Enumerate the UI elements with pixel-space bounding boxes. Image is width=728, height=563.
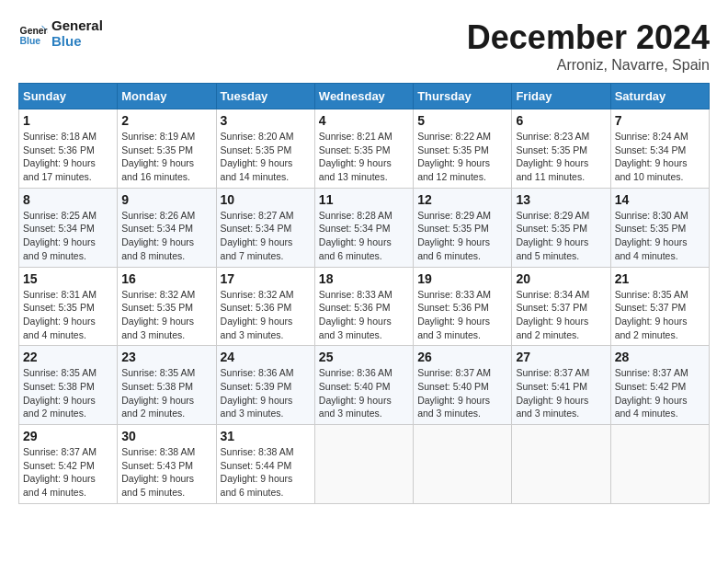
day-info: Sunrise: 8:35 AM Sunset: 5:38 PM Dayligh… bbox=[23, 366, 113, 420]
day-number: 8 bbox=[23, 192, 113, 207]
calendar-cell: 9 Sunrise: 8:26 AM Sunset: 5:34 PM Dayli… bbox=[118, 188, 216, 267]
day-info: Sunrise: 8:32 AM Sunset: 5:36 PM Dayligh… bbox=[221, 288, 311, 342]
col-header-thursday: Thursday bbox=[414, 84, 512, 109]
day-info: Sunrise: 8:33 AM Sunset: 5:36 PM Dayligh… bbox=[319, 288, 409, 342]
day-info: Sunrise: 8:36 AM Sunset: 5:40 PM Dayligh… bbox=[319, 366, 409, 420]
title-block: December 2024 Arroniz, Navarre, Spain bbox=[467, 18, 710, 74]
calendar-cell: 10 Sunrise: 8:27 AM Sunset: 5:34 PM Dayl… bbox=[216, 188, 314, 267]
day-info: Sunrise: 8:33 AM Sunset: 5:36 PM Dayligh… bbox=[417, 288, 507, 342]
day-info: Sunrise: 8:35 AM Sunset: 5:38 PM Dayligh… bbox=[121, 366, 211, 420]
location-subtitle: Arroniz, Navarre, Spain bbox=[467, 57, 710, 74]
day-number: 19 bbox=[417, 271, 507, 286]
day-info: Sunrise: 8:38 AM Sunset: 5:43 PM Dayligh… bbox=[121, 445, 211, 500]
day-number: 17 bbox=[221, 271, 311, 286]
calendar-cell: 24 Sunrise: 8:36 AM Sunset: 5:39 PM Dayl… bbox=[216, 346, 314, 425]
calendar-cell: 25 Sunrise: 8:36 AM Sunset: 5:40 PM Dayl… bbox=[314, 346, 413, 425]
day-number: 28 bbox=[615, 350, 705, 364]
calendar-cell: 27 Sunrise: 8:37 AM Sunset: 5:41 PM Dayl… bbox=[512, 346, 610, 425]
day-info: Sunrise: 8:38 AM Sunset: 5:44 PM Dayligh… bbox=[221, 445, 311, 500]
calendar-cell: 29 Sunrise: 8:37 AM Sunset: 5:42 PM Dayl… bbox=[19, 425, 118, 504]
calendar-cell: 5 Sunrise: 8:22 AM Sunset: 5:35 PM Dayli… bbox=[414, 109, 512, 189]
col-header-friday: Friday bbox=[512, 84, 610, 109]
day-info: Sunrise: 8:34 AM Sunset: 5:37 PM Dayligh… bbox=[516, 288, 606, 342]
calendar-cell: 30 Sunrise: 8:38 AM Sunset: 5:43 PM Dayl… bbox=[118, 425, 216, 504]
calendar-cell: 6 Sunrise: 8:23 AM Sunset: 5:35 PM Dayli… bbox=[512, 109, 610, 189]
day-number: 16 bbox=[121, 271, 211, 286]
day-info: Sunrise: 8:25 AM Sunset: 5:34 PM Dayligh… bbox=[23, 209, 113, 263]
day-number: 9 bbox=[121, 192, 211, 207]
calendar-cell: 4 Sunrise: 8:21 AM Sunset: 5:35 PM Dayli… bbox=[314, 109, 413, 189]
calendar-cell: 12 Sunrise: 8:29 AM Sunset: 5:35 PM Dayl… bbox=[414, 188, 512, 267]
day-info: Sunrise: 8:21 AM Sunset: 5:35 PM Dayligh… bbox=[319, 130, 409, 184]
day-info: Sunrise: 8:22 AM Sunset: 5:35 PM Dayligh… bbox=[417, 130, 507, 184]
day-info: Sunrise: 8:37 AM Sunset: 5:40 PM Dayligh… bbox=[417, 366, 507, 420]
day-info: Sunrise: 8:35 AM Sunset: 5:37 PM Dayligh… bbox=[615, 288, 705, 342]
calendar-cell bbox=[414, 425, 512, 504]
day-info: Sunrise: 8:30 AM Sunset: 5:35 PM Dayligh… bbox=[615, 209, 705, 263]
logo-blue: Blue bbox=[51, 34, 103, 50]
calendar-cell: 15 Sunrise: 8:31 AM Sunset: 5:35 PM Dayl… bbox=[19, 267, 118, 346]
calendar-cell: 19 Sunrise: 8:33 AM Sunset: 5:36 PM Dayl… bbox=[414, 267, 512, 346]
day-number: 22 bbox=[23, 350, 113, 364]
col-header-wednesday: Wednesday bbox=[314, 84, 413, 109]
day-number: 4 bbox=[319, 113, 409, 128]
calendar-cell: 8 Sunrise: 8:25 AM Sunset: 5:34 PM Dayli… bbox=[19, 188, 118, 267]
day-number: 3 bbox=[221, 113, 311, 128]
day-info: Sunrise: 8:18 AM Sunset: 5:36 PM Dayligh… bbox=[23, 130, 113, 184]
calendar-cell: 21 Sunrise: 8:35 AM Sunset: 5:37 PM Dayl… bbox=[610, 267, 709, 346]
day-number: 21 bbox=[615, 271, 705, 286]
day-info: Sunrise: 8:23 AM Sunset: 5:35 PM Dayligh… bbox=[516, 130, 606, 184]
day-number: 10 bbox=[221, 192, 311, 207]
day-info: Sunrise: 8:37 AM Sunset: 5:42 PM Dayligh… bbox=[23, 445, 113, 500]
day-info: Sunrise: 8:29 AM Sunset: 5:35 PM Dayligh… bbox=[417, 209, 507, 263]
calendar-cell bbox=[610, 425, 709, 504]
calendar-cell: 23 Sunrise: 8:35 AM Sunset: 5:38 PM Dayl… bbox=[118, 346, 216, 425]
calendar-cell: 31 Sunrise: 8:38 AM Sunset: 5:44 PM Dayl… bbox=[216, 425, 314, 504]
day-number: 30 bbox=[121, 429, 211, 443]
logo-icon: General Blue bbox=[18, 19, 48, 49]
day-number: 26 bbox=[417, 350, 507, 364]
logo: General Blue General Blue bbox=[18, 18, 103, 49]
day-number: 12 bbox=[417, 192, 507, 207]
calendar-cell: 16 Sunrise: 8:32 AM Sunset: 5:35 PM Dayl… bbox=[118, 267, 216, 346]
calendar-cell: 28 Sunrise: 8:37 AM Sunset: 5:42 PM Dayl… bbox=[610, 346, 709, 425]
calendar-cell: 18 Sunrise: 8:33 AM Sunset: 5:36 PM Dayl… bbox=[314, 267, 413, 346]
day-info: Sunrise: 8:27 AM Sunset: 5:34 PM Dayligh… bbox=[221, 209, 311, 263]
day-number: 15 bbox=[23, 271, 113, 286]
calendar-cell: 3 Sunrise: 8:20 AM Sunset: 5:35 PM Dayli… bbox=[216, 109, 314, 189]
calendar-cell: 14 Sunrise: 8:30 AM Sunset: 5:35 PM Dayl… bbox=[610, 188, 709, 267]
day-number: 5 bbox=[417, 113, 507, 128]
calendar-cell: 2 Sunrise: 8:19 AM Sunset: 5:35 PM Dayli… bbox=[118, 109, 216, 189]
calendar-cell bbox=[512, 425, 610, 504]
col-header-tuesday: Tuesday bbox=[216, 84, 314, 109]
day-number: 29 bbox=[23, 429, 113, 443]
day-info: Sunrise: 8:37 AM Sunset: 5:41 PM Dayligh… bbox=[516, 366, 606, 420]
day-number: 2 bbox=[121, 113, 211, 128]
day-info: Sunrise: 8:29 AM Sunset: 5:35 PM Dayligh… bbox=[516, 209, 606, 263]
day-number: 13 bbox=[516, 192, 606, 207]
calendar-cell: 22 Sunrise: 8:35 AM Sunset: 5:38 PM Dayl… bbox=[19, 346, 118, 425]
svg-text:Blue: Blue bbox=[20, 36, 41, 46]
calendar-cell: 13 Sunrise: 8:29 AM Sunset: 5:35 PM Dayl… bbox=[512, 188, 610, 267]
col-header-sunday: Sunday bbox=[19, 84, 118, 109]
day-number: 7 bbox=[615, 113, 705, 128]
logo-general: General bbox=[51, 18, 103, 34]
day-info: Sunrise: 8:36 AM Sunset: 5:39 PM Dayligh… bbox=[221, 366, 311, 420]
day-info: Sunrise: 8:26 AM Sunset: 5:34 PM Dayligh… bbox=[121, 209, 211, 263]
month-title: December 2024 bbox=[467, 18, 710, 57]
day-number: 23 bbox=[121, 350, 211, 364]
calendar-cell bbox=[314, 425, 413, 504]
day-number: 11 bbox=[319, 192, 409, 207]
col-header-monday: Monday bbox=[118, 84, 216, 109]
day-info: Sunrise: 8:20 AM Sunset: 5:35 PM Dayligh… bbox=[221, 130, 311, 184]
day-number: 1 bbox=[23, 113, 113, 128]
day-info: Sunrise: 8:24 AM Sunset: 5:34 PM Dayligh… bbox=[615, 130, 705, 184]
calendar-table: SundayMondayTuesdayWednesdayThursdayFrid… bbox=[18, 83, 710, 504]
day-info: Sunrise: 8:37 AM Sunset: 5:42 PM Dayligh… bbox=[615, 366, 705, 420]
day-number: 14 bbox=[615, 192, 705, 207]
day-info: Sunrise: 8:31 AM Sunset: 5:35 PM Dayligh… bbox=[23, 288, 113, 342]
calendar-cell: 26 Sunrise: 8:37 AM Sunset: 5:40 PM Dayl… bbox=[414, 346, 512, 425]
day-number: 18 bbox=[319, 271, 409, 286]
calendar-cell: 17 Sunrise: 8:32 AM Sunset: 5:36 PM Dayl… bbox=[216, 267, 314, 346]
day-number: 24 bbox=[221, 350, 311, 364]
